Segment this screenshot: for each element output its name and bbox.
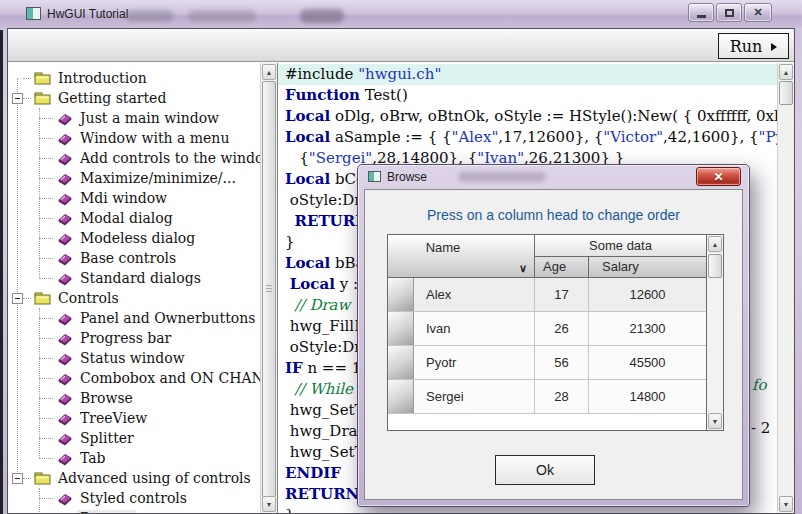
book-icon [56, 171, 73, 186]
tree-panel: IntroductionGetting startedJust a main w… [8, 63, 278, 513]
tree-guide [39, 178, 53, 179]
dialog-titlebar[interactable]: Browse ✕ [358, 165, 749, 188]
book-icon [56, 131, 73, 146]
tree-expander-icon[interactable] [12, 473, 23, 484]
tree-guide [23, 478, 31, 479]
tree-item-label: Advanced using of controls [55, 470, 254, 486]
cell-salary: 45500 [589, 346, 706, 379]
maximize-button[interactable] [716, 3, 742, 22]
tree-item-window-with-a-menu[interactable]: Window with a menu [8, 128, 260, 148]
column-header-age[interactable]: Age [535, 257, 589, 277]
scroll-up-icon: ▲ [783, 69, 790, 76]
tree-scroll-down-button[interactable]: ▼ [262, 496, 276, 512]
code-scrollbar[interactable]: ▲ ▼ [777, 63, 794, 513]
close-icon: ✕ [753, 7, 762, 18]
cell-name: Pyotr [414, 346, 535, 379]
tree-item-modeless-dialog[interactable]: Modeless dialog [8, 228, 260, 248]
column-header-name-label: Name [388, 240, 534, 255]
tree-item-modal-dialog[interactable]: Modal dialog [8, 208, 260, 228]
tree-item-treeview[interactable]: TreeView [8, 408, 260, 428]
tree-guide [39, 258, 53, 259]
tree-item-introduction[interactable]: Introduction [8, 68, 260, 88]
book-icon [56, 411, 73, 426]
tree-item-base-controls[interactable]: Base controls [8, 248, 260, 268]
titlebar-artifact [458, 172, 546, 182]
table-scroll-down-button[interactable]: ▼ [708, 413, 722, 429]
tree-item-mdi-window[interactable]: Mdi window [8, 188, 260, 208]
scroll-down-icon: ▼ [266, 501, 273, 508]
code-scroll-down-button[interactable]: ▼ [779, 496, 793, 512]
table-scrollbar[interactable]: ▲ ▼ [706, 235, 723, 430]
folder-icon [34, 71, 51, 85]
close-button[interactable]: ✕ [744, 3, 772, 22]
ok-button[interactable]: Ok [495, 455, 595, 485]
tree-item-controls[interactable]: Controls [8, 288, 260, 308]
thumb-grip-icon [266, 285, 272, 292]
tree-guide [39, 278, 53, 279]
tree-item-label: Window with a menu [77, 130, 232, 146]
book-icon [56, 371, 73, 386]
titlebar[interactable]: HwGUI Tutorial ✕ [0, 0, 802, 28]
tree-scroll-up-button[interactable]: ▲ [262, 64, 276, 80]
tree-item-label: Controls [55, 290, 122, 306]
column-header-salary[interactable]: Salary [589, 257, 706, 277]
tree-guide [39, 238, 53, 239]
tree-item-splitter[interactable]: Splitter [8, 428, 260, 448]
tree-item-getting-started[interactable]: Getting started [8, 88, 260, 108]
tree-item-progress-bar[interactable]: Progress bar [8, 328, 260, 348]
tree-guide [39, 118, 53, 119]
code-line: Local aSample := { {"Alex",17,12600}, {"… [278, 127, 777, 148]
column-header-name[interactable]: Name ∨ [388, 235, 535, 277]
tree-item-label: Base controls [77, 250, 179, 266]
titlebar-artifact [126, 10, 174, 22]
tree-item-browse[interactable]: Browse [8, 388, 260, 408]
tree-item-standard-dialogs[interactable]: Standard dialogs [8, 268, 260, 288]
browse-table: Name ∨ Some data Age Salary Alex1712600I… [387, 234, 724, 431]
app-icon [26, 7, 41, 20]
tree-item-maximize-minimize[interactable]: Maximize/minimize/... [8, 168, 260, 188]
tree-item-just-a-main-window[interactable]: Just a main window [8, 108, 260, 128]
tree-item-styled-controls[interactable]: Styled controls [8, 488, 260, 508]
background-window-edge [0, 30, 3, 514]
tree-item-label: TreeView [77, 410, 150, 426]
tree-item-tab[interactable]: Tab [8, 448, 260, 468]
run-button[interactable]: Run [718, 33, 789, 59]
row-selector[interactable] [388, 278, 414, 311]
book-icon [56, 151, 73, 166]
folder-icon [34, 291, 51, 305]
minimize-button[interactable] [688, 3, 714, 22]
table-scrollbar-thumb[interactable] [708, 254, 722, 278]
tree-expander-icon[interactable] [12, 93, 23, 104]
tree-scrollbar-thumb[interactable] [262, 81, 276, 497]
table-row-ivan[interactable]: Ivan2621300 [388, 312, 706, 346]
table-row-pyotr[interactable]: Pyotr5645500 [388, 346, 706, 380]
tree-item-add-controls-to-the-window[interactable]: Add controls to the window [8, 148, 260, 168]
tree-item-label: Progress bar [77, 330, 174, 346]
tree-item-advanced-using-of-controls[interactable]: Advanced using of controls [8, 468, 260, 488]
tree-scrollbar[interactable]: ▲ ▼ [260, 63, 277, 513]
column-group: Some data Age Salary [535, 235, 706, 277]
column-header-some-data[interactable]: Some data [535, 235, 706, 257]
scroll-down-icon: ▼ [712, 418, 719, 425]
table-row-sergei[interactable]: Sergei2814800 [388, 380, 706, 414]
dialog-close-button[interactable]: ✕ [696, 167, 741, 186]
tree-item-browse[interactable]: Browse [8, 508, 260, 513]
dialog-icon [368, 171, 381, 182]
tree-item-combobox-and-on-chang[interactable]: Combobox and ON CHANG [8, 368, 260, 388]
tree-item-status-window[interactable]: Status window [8, 348, 260, 368]
tree-guide [39, 338, 53, 339]
row-selector[interactable] [388, 312, 414, 345]
desktop: HwGUI Tutorial ✕ Run [0, 0, 802, 514]
folder-icon [34, 471, 51, 485]
maximize-icon [725, 9, 734, 17]
table-scroll-up-button[interactable]: ▲ [708, 236, 722, 252]
table-row-alex[interactable]: Alex1712600 [388, 278, 706, 312]
row-selector[interactable] [388, 380, 414, 413]
code-scrollbar-thumb[interactable] [779, 81, 793, 105]
tree-expander-icon[interactable] [12, 293, 23, 304]
tree-item-label: Status window [77, 350, 188, 366]
tree-item-label: Add controls to the window [77, 150, 260, 166]
code-scroll-up-button[interactable]: ▲ [779, 64, 793, 80]
tree-item-panel-and-ownerbuttons[interactable]: Panel and Ownerbuttons [8, 308, 260, 328]
row-selector[interactable] [388, 346, 414, 379]
